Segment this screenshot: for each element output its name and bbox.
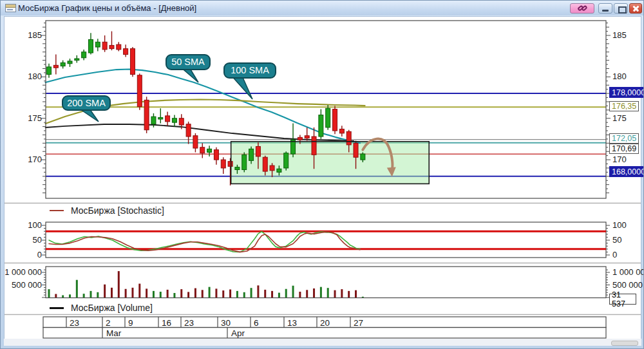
week-label: 13	[287, 318, 297, 328]
volume-tick-left: 500 000	[1, 280, 42, 290]
stoch-tick-left: 50	[24, 235, 42, 245]
volume-tick-right: 1 000 000	[612, 267, 644, 277]
price-badge: 172,05	[609, 133, 639, 144]
price-tick-left: 180	[24, 71, 42, 81]
week-label: 9	[128, 318, 133, 328]
stoch-tick-left: 100	[24, 220, 42, 230]
callout-100-sma: 100 SMA	[223, 62, 276, 79]
price-tick-left: 170	[24, 155, 42, 164]
status-strip	[4, 339, 641, 346]
price-tick-left: 175	[24, 113, 42, 123]
price-tick-left: 185	[24, 30, 42, 40]
stoch-tick-right: 0	[612, 250, 617, 259]
volume-tick-left: 1 000 000	[1, 267, 42, 277]
stoch-tick-left: 0	[24, 250, 42, 259]
month-label: Apr	[231, 328, 245, 338]
week-label: 23	[70, 318, 79, 328]
volume-legend-swatch	[50, 307, 64, 309]
resize-grip[interactable]	[611, 341, 638, 346]
volume-legend: МосБиржа [Volume]	[50, 303, 153, 313]
price-badge: 176,35	[609, 101, 639, 111]
chart-canvas[interactable]	[1, 1, 644, 349]
month-label: Mar	[106, 328, 121, 338]
price-badge: 168,00000	[609, 166, 644, 177]
stoch-tick-right: 50	[612, 235, 621, 245]
week-label: 30	[221, 318, 231, 328]
week-label: 23	[184, 318, 194, 328]
price-tick-right: 185	[612, 30, 627, 40]
stoch-tick-right: 100	[612, 220, 627, 230]
app-window: МосБиржа График цены и объёма - [Дневной…	[0, 0, 644, 349]
price-tick-right: 175	[612, 113, 627, 123]
volume-legend-label: МосБиржа [Volume]	[71, 303, 153, 313]
callout-50-sma: 50 SMA	[166, 54, 211, 70]
stochastic-legend: МосБиржа [Stochastic]	[50, 205, 164, 216]
week-label: 20	[320, 318, 330, 328]
week-label: 2	[106, 318, 111, 328]
current-volume-badge: 31 537	[609, 294, 636, 305]
price-badge: 178,00000	[609, 87, 644, 98]
price-badge: 170,69	[609, 144, 639, 154]
price-tick-right: 180	[612, 71, 627, 81]
stochastic-legend-swatch	[50, 210, 64, 211]
callout-200-sma: 200 SMA	[62, 95, 111, 111]
stochastic-legend-label: МосБиржа [Stochastic]	[71, 205, 164, 216]
week-label: 6	[254, 318, 259, 328]
volume-tick-right: 500 000	[612, 280, 643, 290]
price-tick-right: 170	[612, 155, 627, 164]
week-label: 27	[354, 318, 363, 328]
week-label: 16	[162, 318, 171, 328]
